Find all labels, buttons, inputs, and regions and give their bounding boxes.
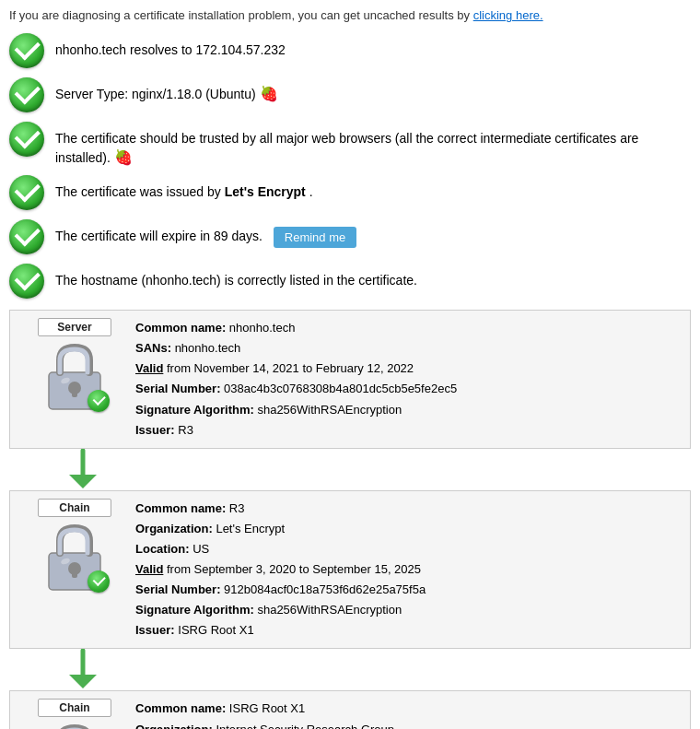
check-icon-resolves (9, 33, 46, 70)
server-valid-row: Valid from November 14, 2021 to February… (135, 359, 681, 379)
server-issuer-row: Issuer: R3 (135, 420, 681, 441)
check-text-server-type: Server Type: nginx/1.18.0 (Ubuntu) 🍓 (55, 77, 691, 104)
chain2-lock-container (38, 721, 111, 729)
check-row-expiry: The certificate will expire in 89 days. … (9, 219, 691, 256)
server-lock-container (38, 340, 111, 414)
arrow-down-icon-1 (60, 449, 106, 490)
chain2-org-row: Organization: Internet Security Research… (135, 720, 681, 730)
cert-section: Server Common name: (9, 310, 691, 729)
arrow-down-2 (9, 649, 691, 690)
clicking-here-link[interactable]: clicking here. (473, 8, 543, 22)
svg-rect-8 (72, 569, 77, 578)
chain1-serial-row: Serial Number: 912b084acf0c18a753f6d62e2… (135, 580, 681, 600)
check-circle (9, 77, 44, 112)
chain-cert1-label: Chain (38, 499, 111, 517)
check-circle (9, 122, 44, 157)
remind-me-button[interactable]: Remind me (274, 227, 356, 248)
chain2-common-name-row: Common name: ISRG Root X1 (135, 699, 681, 719)
chain1-lock-container (38, 521, 111, 594)
chain-cert2-card: Chain Common name: ISRG Root X1 Organi (9, 690, 691, 729)
check-text-hostname: The hostname (nhonho.tech) is correctly … (55, 264, 691, 290)
server-sig-row: Signature Algorithm: sha256WithRSAEncryp… (135, 400, 681, 420)
chain1-sig-row: Signature Algorithm: sha256WithRSAEncryp… (135, 600, 681, 620)
check-circle (9, 219, 44, 254)
check-icon-trusted (9, 122, 46, 159)
top-note: If you are diagnosing a certificate inst… (9, 7, 691, 24)
check-icon-issued-by (9, 175, 46, 212)
check-text-issued-by: The certificate was issued by Let's Encr… (55, 175, 691, 202)
server-cert-label: Server (38, 318, 111, 336)
check-row-issued-by: The certificate was issued by Let's Encr… (9, 175, 691, 212)
server-cert-card: Server Common name: (9, 310, 691, 449)
chain-cert1-card: Chain Common name: R3 Organization: (9, 490, 691, 650)
chain1-common-name-row: Common name: R3 (135, 499, 681, 519)
check-text-expiry: The certificate will expire in 89 days. … (55, 219, 691, 248)
check-circle (9, 175, 44, 210)
check-circle (9, 33, 44, 68)
chain-cert2-icon-wrap: Chain (19, 699, 130, 729)
check-row-hostname: The hostname (nhonho.tech) is correctly … (9, 264, 691, 300)
server-cert-badge (88, 390, 110, 412)
check-text-trusted: The certificate should be trusted by all… (55, 122, 691, 168)
svg-marker-11 (69, 675, 97, 688)
emoji-decoration: 🍓 (260, 86, 278, 101)
chain1-loc-row: Location: US (135, 539, 681, 559)
emoji-decoration2: 🍓 (114, 149, 133, 165)
lets-encrypt-brand: Let's Encrypt (225, 184, 306, 199)
server-cert-details: Common name: nhonho.tech SANs: nhonho.te… (130, 318, 681, 441)
chain2-lock-icon (38, 721, 111, 729)
check-row-server-type: Server Type: nginx/1.18.0 (Ubuntu) 🍓 (9, 77, 691, 114)
chain-cert2-details: Common name: ISRG Root X1 Organization: … (130, 699, 681, 729)
chain1-org-row: Organization: Let's Encrypt (135, 519, 681, 539)
check-icon-expiry (9, 219, 46, 256)
check-row-resolves: nhonho.tech resolves to 172.104.57.232 (9, 33, 691, 70)
check-circle (9, 264, 44, 299)
chain1-valid-row: Valid from September 3, 2020 to Septembe… (135, 559, 681, 580)
svg-rect-2 (72, 388, 77, 397)
check-row-trusted: The certificate should be trusted by all… (9, 122, 691, 168)
arrow-down-1 (9, 449, 691, 490)
chain1-issuer-row: Issuer: ISRG Root X1 (135, 620, 681, 641)
server-serial-row: Serial Number: 038ac4b3c0768308b4a801dc5… (135, 379, 681, 399)
server-common-name-row: Common name: nhonho.tech (135, 318, 681, 338)
chain-cert1-details: Common name: R3 Organization: Let's Encr… (130, 499, 681, 641)
arrow-down-icon-2 (60, 649, 106, 690)
svg-marker-5 (69, 475, 97, 488)
check-text-resolves: nhonho.tech resolves to 172.104.57.232 (55, 33, 691, 60)
check-icon-hostname (9, 264, 46, 300)
chain-cert2-label: Chain (38, 699, 111, 717)
check-icon-server-type (9, 77, 46, 114)
server-cert-icon-wrap: Server (19, 318, 130, 414)
chain-cert1-icon-wrap: Chain (19, 499, 130, 594)
server-sans-row: SANs: nhonho.tech (135, 338, 681, 359)
chain1-cert-badge (88, 570, 110, 593)
